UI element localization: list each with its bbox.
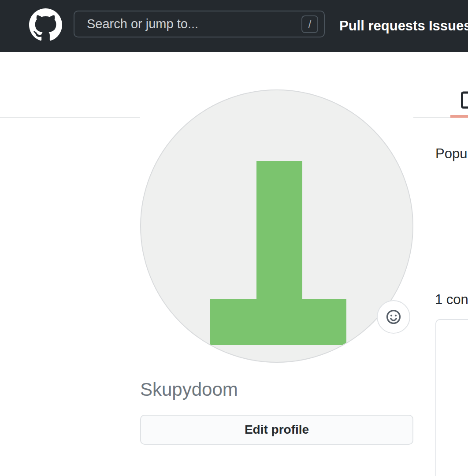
nav-issues[interactable]: Issues (429, 0, 468, 52)
edit-profile-button[interactable]: Edit profile (140, 415, 413, 445)
book-icon[interactable] (461, 91, 468, 109)
search-box[interactable]: / (74, 11, 325, 37)
profile-avatar[interactable] (140, 89, 413, 363)
contributions-heading: 1 con (435, 292, 468, 308)
profile-username: Skupydoom (140, 379, 238, 400)
identicon-horizontal-bar (210, 299, 346, 345)
page-viewport: / Pull requests Issues Skupydoom Edit pr… (0, 0, 468, 476)
github-logo-icon[interactable] (29, 8, 62, 41)
smiley-icon (386, 309, 401, 325)
global-header: / Pull requests Issues (0, 0, 468, 52)
nav-pull-requests[interactable]: Pull requests (339, 0, 425, 52)
popular-repositories-heading: Popu (435, 146, 467, 162)
slash-key-hint: / (301, 15, 318, 33)
contribution-calendar-box (435, 319, 468, 476)
active-tab-underline (450, 115, 468, 118)
avatar-identicon (140, 89, 413, 363)
set-status-button[interactable] (377, 300, 410, 334)
search-input[interactable] (87, 11, 298, 37)
identicon-vertical-bar (256, 161, 302, 299)
